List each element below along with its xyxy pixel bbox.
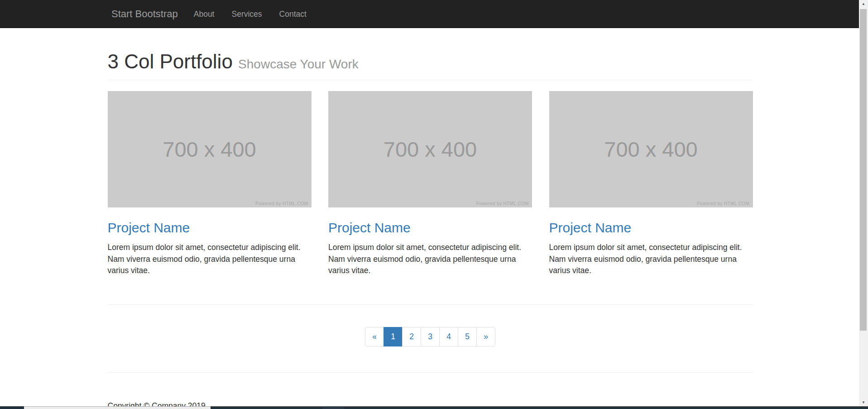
pagination-page-1-button[interactable]: 1 [384, 327, 403, 346]
top-navbar: Start Bootstrap About Services Contact [0, 0, 868, 28]
project-name-link[interactable]: Project Name [108, 220, 190, 235]
page-header: 3 Col Portfolio Showcase Your Work [108, 51, 753, 80]
navbar-nav: About Services Contact [185, 0, 315, 28]
bottom-strip-dark-right [211, 406, 868, 409]
portfolio-card-3: 700 x 400 Powered by HTML.COM Project Na… [549, 91, 753, 277]
pagination-page-3-button[interactable]: 3 [421, 327, 440, 346]
project-image-placeholder: 700 x 400 Powered by HTML.COM [328, 91, 532, 207]
image-watermark: Powered by HTML.COM [255, 201, 308, 206]
bottom-edge-strip [0, 406, 868, 409]
placeholder-size-label: 700 x 400 [163, 137, 256, 162]
pagination-page-4-button[interactable]: 4 [439, 327, 458, 346]
placeholder-size-label: 700 x 400 [604, 137, 697, 162]
portfolio-card-2: 700 x 400 Powered by HTML.COM Project Na… [328, 91, 532, 277]
project-description: Lorem ipsum dolor sit amet, consectetur … [328, 242, 532, 277]
page-title: 3 Col Portfolio Showcase Your Work [108, 51, 753, 72]
page-subtitle: Showcase Your Work [238, 57, 359, 71]
navbar-brand[interactable]: Start Bootstrap [111, 8, 178, 20]
nav-item-contact: Contact [271, 0, 315, 28]
portfolio-row: 700 x 400 Powered by HTML.COM Project Na… [108, 91, 753, 277]
image-watermark: Powered by HTML.COM [697, 201, 750, 206]
project-title-heading: Project Name [549, 220, 753, 235]
image-watermark: Powered by HTML.COM [476, 201, 529, 206]
project-image-placeholder: 700 x 400 Powered by HTML.COM [108, 91, 312, 207]
pagination-prev-button[interactable]: « [365, 327, 384, 346]
project-image-placeholder: 700 x 400 Powered by HTML.COM [549, 91, 753, 207]
project-name-link[interactable]: Project Name [549, 220, 632, 235]
pagination-item: 3 [421, 327, 440, 346]
bottom-strip-dark-left [0, 406, 24, 409]
project-description: Lorem ipsum dolor sit amet, consectetur … [108, 242, 312, 277]
vertical-scrollbar[interactable]: ▲ ▼ [859, 0, 868, 409]
divider [108, 304, 753, 305]
project-description: Lorem ipsum dolor sit amet, consectetur … [549, 242, 753, 277]
scrollbar-up-button[interactable]: ▲ [859, 0, 868, 8]
portfolio-card-1: 700 x 400 Powered by HTML.COM Project Na… [108, 91, 312, 277]
pagination-item: « [365, 327, 384, 346]
pagination-page-2-button[interactable]: 2 [402, 327, 421, 346]
pagination-item: 5 [458, 327, 477, 346]
pagination-item: » [476, 327, 495, 346]
pagination-page-5-button[interactable]: 5 [458, 327, 477, 346]
nav-item-about: About [185, 0, 223, 28]
scroll-down-icon: ▼ [862, 401, 865, 404]
pagination-next-button[interactable]: » [476, 327, 495, 346]
placeholder-size-label: 700 x 400 [384, 137, 477, 162]
nav-link-services[interactable]: Services [223, 0, 270, 28]
project-title-heading: Project Name [108, 220, 312, 235]
scroll-up-icon: ▲ [862, 2, 865, 6]
pagination-item: 4 [439, 327, 458, 346]
nav-item-services: Services [223, 0, 270, 28]
nav-link-about[interactable]: About [185, 0, 223, 28]
pagination-item: 2 [402, 327, 421, 346]
scrollbar-thumb[interactable] [860, 9, 867, 331]
project-title-heading: Project Name [328, 220, 532, 235]
pagination-wrap: « 1 2 3 4 5 » [108, 327, 753, 346]
pagination: « 1 2 3 4 5 » [365, 327, 495, 346]
bottom-strip-light-segment [24, 406, 211, 409]
page-title-text: 3 Col Portfolio [108, 50, 233, 72]
pagination-item-active: 1 [384, 327, 403, 346]
bottom-strip-patch [322, 406, 344, 409]
project-name-link[interactable]: Project Name [328, 220, 411, 235]
scrollbar-down-button[interactable]: ▼ [859, 399, 868, 406]
nav-link-contact[interactable]: Contact [271, 0, 315, 28]
divider [108, 372, 753, 373]
